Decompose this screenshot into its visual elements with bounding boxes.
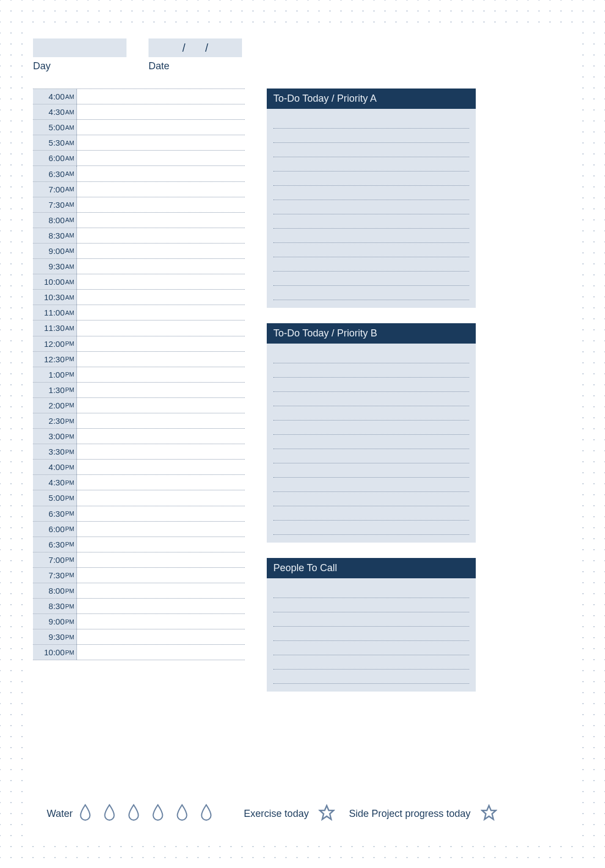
event-cell[interactable] [77,197,245,212]
write-line[interactable] [273,492,469,506]
event-cell[interactable] [77,274,245,289]
write-line[interactable] [273,670,469,684]
write-line[interactable] [273,214,469,229]
write-line[interactable] [273,478,469,492]
schedule-row: 6:00PM [33,522,245,537]
water-drop-icon[interactable] [127,804,141,824]
write-line[interactable] [273,114,469,129]
write-line[interactable] [273,521,469,535]
date-label: Date [148,60,242,72]
write-line[interactable] [273,641,469,655]
priority-b-body[interactable] [267,344,476,543]
write-line[interactable] [273,392,469,406]
event-cell[interactable] [77,104,245,119]
write-line[interactable] [273,200,469,214]
write-line[interactable] [273,449,469,463]
star-icon[interactable] [481,804,497,823]
write-line[interactable] [273,463,469,478]
write-line[interactable] [273,421,469,435]
event-cell[interactable] [77,166,245,181]
write-line[interactable] [273,243,469,257]
event-cell[interactable] [77,290,245,305]
write-line[interactable] [273,229,469,243]
event-cell[interactable] [77,537,245,552]
write-line[interactable] [273,172,469,186]
event-cell[interactable] [77,367,245,382]
time-cell: 2:00PM [33,398,77,413]
event-cell[interactable] [77,320,245,335]
event-cell[interactable] [77,135,245,150]
event-cell[interactable] [77,599,245,613]
star-icon[interactable] [318,804,335,823]
time-cell: 6:30PM [33,537,77,552]
write-line[interactable] [273,186,469,200]
write-line[interactable] [273,143,469,157]
write-line[interactable] [273,506,469,521]
priority-a-body[interactable] [267,109,476,308]
water-drop-icon[interactable] [151,804,165,824]
event-cell[interactable] [77,120,245,135]
water-drop-icon[interactable] [102,804,117,824]
event-cell[interactable] [77,522,245,537]
write-line[interactable] [273,435,469,449]
event-cell[interactable] [77,552,245,567]
people-body[interactable] [267,578,476,692]
water-drop-icon[interactable] [78,804,92,824]
event-cell[interactable] [77,89,245,104]
event-cell[interactable] [77,151,245,165]
time-cell: 12:30PM [33,352,77,367]
water-drops [78,804,213,824]
event-cell[interactable] [77,614,245,629]
event-cell[interactable] [77,383,245,397]
write-line[interactable] [273,257,469,272]
day-input[interactable] [33,38,127,57]
water-drop-icon[interactable] [175,804,189,824]
event-cell[interactable] [77,429,245,444]
event-cell[interactable] [77,336,245,351]
write-line[interactable] [273,349,469,363]
schedule-column: 4:00AM4:30AM5:00AM5:30AM6:00AM6:30AM7:00… [33,89,245,707]
write-line[interactable] [273,627,469,641]
schedule-row: 7:30PM [33,568,245,583]
event-cell[interactable] [77,444,245,459]
event-cell[interactable] [77,398,245,413]
schedule-grid: 4:00AM4:30AM5:00AM5:30AM6:00AM6:30AM7:00… [33,89,245,660]
write-line[interactable] [273,363,469,378]
event-cell[interactable] [77,259,245,274]
write-line[interactable] [273,286,469,300]
write-line[interactable] [273,406,469,421]
write-line[interactable] [273,129,469,143]
schedule-row: 6:30PM [33,537,245,552]
event-cell[interactable] [77,629,245,644]
write-line[interactable] [273,612,469,627]
water-drop-icon[interactable] [199,804,213,824]
date-input[interactable]: / / [148,38,242,57]
event-cell[interactable] [77,568,245,583]
schedule-row: 11:00AM [33,305,245,320]
write-line[interactable] [273,378,469,392]
event-cell[interactable] [77,182,245,197]
write-line[interactable] [273,157,469,172]
schedule-row: 2:00PM [33,398,245,413]
event-cell[interactable] [77,475,245,490]
priority-a-header: To-Do Today / Priority A [267,89,476,109]
write-line[interactable] [273,655,469,670]
event-cell[interactable] [77,228,245,243]
event-cell[interactable] [77,506,245,521]
write-line[interactable] [273,598,469,612]
event-cell[interactable] [77,213,245,228]
write-line[interactable] [273,584,469,598]
event-cell[interactable] [77,645,245,660]
event-cell[interactable] [77,460,245,474]
event-cell[interactable] [77,413,245,428]
event-cell[interactable] [77,305,245,320]
event-cell[interactable] [77,352,245,367]
time-cell: 11:30AM [33,320,77,335]
event-cell[interactable] [77,490,245,505]
time-cell: 5:30AM [33,135,77,150]
event-cell[interactable] [77,244,245,258]
event-cell[interactable] [77,583,245,598]
write-line[interactable] [273,272,469,286]
svg-marker-1 [482,806,496,820]
schedule-row: 1:30PM [33,383,245,398]
